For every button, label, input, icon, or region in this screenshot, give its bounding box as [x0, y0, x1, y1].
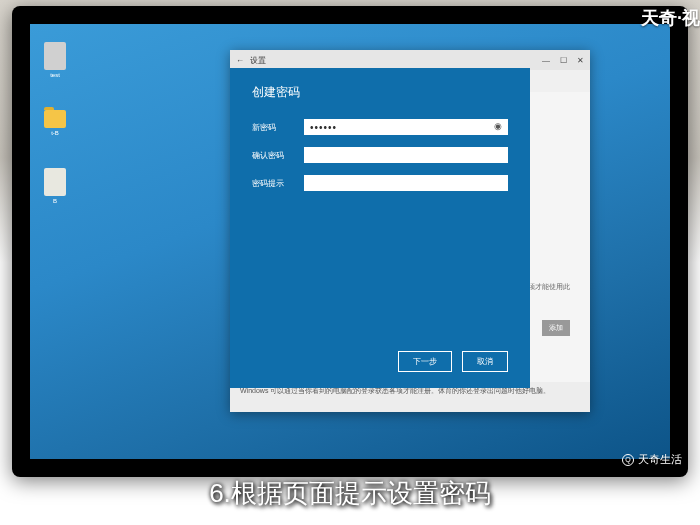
new-password-label: 新密码 — [252, 122, 304, 133]
confirm-password-input[interactable] — [304, 147, 508, 163]
back-icon[interactable]: ← — [236, 56, 244, 65]
file-icon — [44, 42, 66, 70]
icon-label: B — [53, 198, 57, 204]
watermark-bottom-text: 天奇生活 — [638, 452, 682, 467]
panel-title: 创建密码 — [252, 84, 508, 101]
folder-icon — [44, 110, 66, 128]
password-dots: •••••• — [310, 122, 337, 133]
icon-label: t-B — [51, 130, 59, 136]
new-password-input[interactable]: •••••• ◉ — [304, 119, 508, 135]
desktop-icon-1[interactable]: t-B — [42, 110, 68, 136]
watermark-bottom: Q 天奇生活 — [622, 452, 682, 467]
video-caption: 6.根据页面提示设置密码 — [0, 476, 700, 511]
field-password-hint: 密码提示 — [252, 175, 508, 191]
icon-label: test — [50, 72, 60, 78]
monitor-frame: test t-B B ← 设置 — ☐ ✕ — [12, 6, 688, 477]
close-icon[interactable]: ✕ — [577, 56, 584, 65]
field-confirm-password: 确认密码 — [252, 147, 508, 163]
window-title: 设置 — [250, 55, 266, 66]
desktop-icon-2[interactable]: B — [42, 168, 68, 204]
window-titlebar: ← 设置 — ☐ ✕ — [230, 50, 590, 70]
desktop-icon-0[interactable]: test — [42, 42, 68, 78]
field-new-password: 新密码 •••••• ◉ — [252, 119, 508, 135]
password-hint-input[interactable] — [304, 175, 508, 191]
watermark-top: 天奇·视 — [641, 6, 700, 30]
next-button[interactable]: 下一步 — [398, 351, 452, 372]
minimize-icon[interactable]: — — [542, 56, 550, 65]
cancel-button[interactable]: 取消 — [462, 351, 508, 372]
watermark-logo-icon: Q — [622, 454, 634, 466]
desktop-icons: test t-B B — [42, 42, 68, 236]
add-button[interactable]: 添加 — [542, 320, 570, 336]
maximize-icon[interactable]: ☐ — [560, 56, 567, 65]
password-hint-label: 密码提示 — [252, 178, 304, 189]
reveal-password-icon[interactable]: ◉ — [494, 121, 502, 131]
panel-buttons: 下一步 取消 — [252, 351, 508, 372]
file-icon — [44, 168, 66, 196]
confirm-password-label: 确认密码 — [252, 150, 304, 161]
create-password-panel: 创建密码 新密码 •••••• ◉ 确认密码 密码提示 — [230, 68, 530, 388]
desktop-screen: test t-B B ← 设置 — ☐ ✕ — [30, 24, 670, 459]
